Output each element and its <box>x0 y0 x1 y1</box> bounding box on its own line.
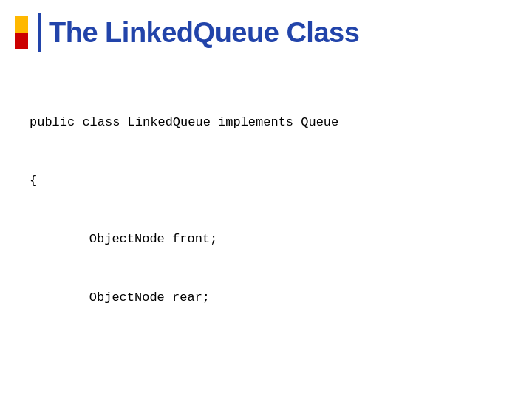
slide-title: The LinkedQueue Class <box>49 17 359 49</box>
content-area: public class LinkedQueue implements Queu… <box>0 59 532 399</box>
accent-bottom <box>15 33 28 49</box>
header: The LinkedQueue Class <box>0 0 532 59</box>
code-line-1: public class LinkedQueue implements Queu… <box>30 113 502 132</box>
code-line-3: ObjectNode front; <box>30 230 502 249</box>
vertical-line <box>38 13 41 52</box>
code-line-5 <box>30 347 502 366</box>
accent-bar <box>15 16 28 49</box>
accent-top <box>15 16 28 33</box>
slide: The LinkedQueue Class public class Linke… <box>0 0 532 399</box>
code-line-2: { <box>30 171 502 191</box>
code-line-4: ObjectNode rear; <box>30 288 502 307</box>
code-block: public class LinkedQueue implements Queu… <box>30 74 502 399</box>
